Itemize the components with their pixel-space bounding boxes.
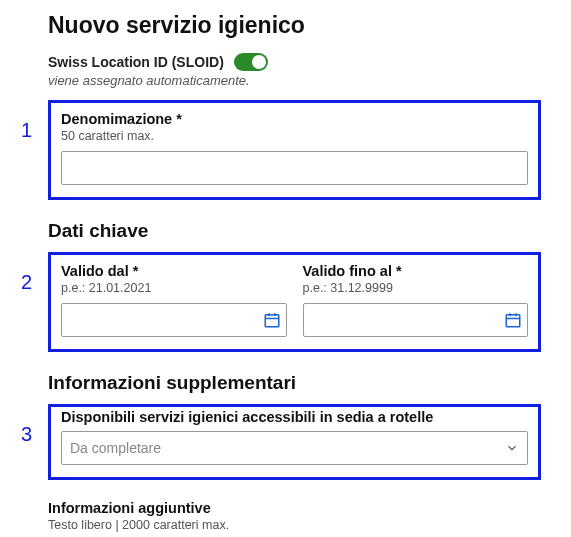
name-label: Denomimazione * [61,111,528,127]
section-supplementary: Informazioni supplementari [48,372,541,394]
valid-from-input[interactable] [61,303,287,337]
marker-3: 3 [21,423,32,446]
svg-rect-4 [506,315,520,327]
additional-info-hint: Testo libero | 2000 caratteri max. [48,518,541,532]
name-hint: 50 caratteri max. [61,129,528,143]
valid-to-field: Valido fino al * p.e.: 31.12.9999 [303,263,529,337]
chevron-down-icon [505,441,519,455]
valid-to-hint: p.e.: 31.12.9999 [303,281,529,295]
wheelchair-selected: Da completare [70,440,161,456]
highlight-box-dates: 2 Valido dal * p.e.: 21.01.2021 Valido f… [48,252,541,352]
marker-2: 2 [21,271,32,294]
valid-from-field: Valido dal * p.e.: 21.01.2021 [61,263,287,337]
form-page: Nuovo servizio igienico Swiss Location I… [0,0,571,537]
valid-to-label: Valido fino al * [303,263,529,279]
valid-to-input[interactable] [303,303,529,337]
sloid-toggle[interactable] [234,53,268,71]
name-input[interactable] [61,151,528,185]
highlight-box-wheelchair: 3 Disponibili servizi igienici accessibi… [48,404,541,480]
svg-rect-0 [265,315,279,327]
highlight-box-name: 1 Denomimazione * 50 caratteri max. [48,100,541,200]
additional-info-label: Informazioni aggiuntive [48,500,541,516]
sloid-row: Swiss Location ID (SLOID) [48,53,541,71]
sloid-auto-hint: viene assegnato automaticamente. [48,73,541,88]
valid-from-label: Valido dal * [61,263,287,279]
wheelchair-select[interactable]: Da completare [61,431,528,465]
marker-1: 1 [21,119,32,142]
section-key-data: Dati chiave [48,220,541,242]
calendar-icon[interactable] [504,311,522,329]
wheelchair-label: Disponibili servizi igienici accessibili… [61,409,528,425]
valid-from-hint: p.e.: 21.01.2021 [61,281,287,295]
calendar-icon[interactable] [263,311,281,329]
additional-info-field: Informazioni aggiuntive Testo libero | 2… [48,500,541,537]
sloid-label: Swiss Location ID (SLOID) [48,54,224,70]
page-title: Nuovo servizio igienico [48,12,541,39]
